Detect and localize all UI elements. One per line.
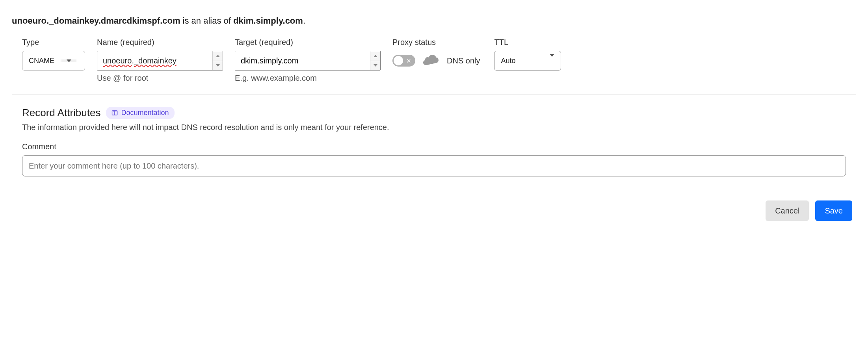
target-input-wrapper (235, 51, 381, 71)
ttl-field: TTL Auto (494, 38, 561, 71)
ttl-label: TTL (494, 38, 561, 47)
comment-label: Comment (22, 142, 846, 151)
target-input[interactable] (235, 51, 370, 70)
name-input[interactable]: unoeuro._domainkey (97, 51, 223, 71)
toggle-knob (394, 56, 403, 65)
documentation-link[interactable]: Documentation (106, 107, 174, 119)
chevron-up-icon (370, 51, 380, 61)
type-value: CNAME (22, 57, 61, 65)
x-icon: ✕ (406, 58, 411, 64)
type-label: Type (22, 38, 85, 47)
chevron-down-icon (213, 61, 223, 71)
footer-actions: Cancel Save (12, 186, 856, 221)
chevron-down-icon (370, 61, 380, 71)
target-host: dkim.simply.com (233, 16, 303, 26)
name-field: Name (required) unoeuro._domainkey Use @… (97, 38, 223, 83)
target-field: Target (required) E.g. www.example.com (235, 38, 381, 83)
dns-form-row: Type CNAME Name (required) unoeuro._doma… (12, 38, 856, 83)
cancel-button[interactable]: Cancel (766, 200, 809, 221)
record-host: unoeuro._domainkey.dmarcdkimspf.com (12, 16, 180, 26)
proxy-label: Proxy status (392, 38, 480, 47)
chevron-up-icon (213, 51, 223, 61)
save-button[interactable]: Save (815, 200, 852, 221)
name-input-value: unoeuro._domainkey (97, 51, 212, 70)
proxy-toggle[interactable]: ✕ (392, 55, 415, 67)
record-attributes-title: Record Attributes (22, 107, 100, 119)
record-attributes-desc: The information provided here will not i… (22, 123, 846, 132)
summary-period: . (303, 16, 305, 26)
chevron-down-icon (61, 59, 76, 62)
chevron-down-icon (550, 57, 554, 65)
ttl-select[interactable]: Auto (494, 51, 561, 71)
proxy-status-text: DNS only (447, 56, 480, 65)
target-label: Target (required) (235, 38, 381, 47)
summary-middle: is an alias of (180, 16, 233, 26)
type-select[interactable]: CNAME (22, 51, 85, 71)
ttl-value: Auto (501, 57, 515, 65)
cloud-arrow-icon (422, 54, 441, 67)
type-field: Type CNAME (22, 38, 85, 71)
target-helper: E.g. www.example.com (235, 74, 381, 83)
name-label: Name (required) (97, 38, 223, 47)
record-attributes-section: Record Attributes Documentation The info… (12, 95, 856, 186)
documentation-label: Documentation (121, 109, 169, 117)
proxy-field: Proxy status ✕ DNS only (392, 38, 480, 71)
record-summary: unoeuro._domainkey.dmarcdkimspf.com is a… (12, 16, 856, 26)
book-icon (112, 110, 118, 116)
name-helper: Use @ for root (97, 74, 223, 83)
target-stepper[interactable] (370, 51, 380, 70)
name-stepper[interactable] (212, 51, 223, 70)
comment-input[interactable] (22, 155, 846, 176)
